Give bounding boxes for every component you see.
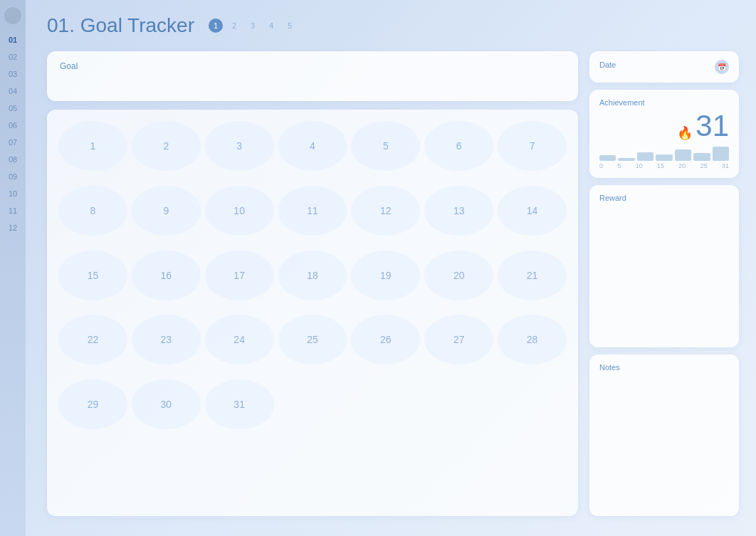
chart-label: 0: [599, 162, 603, 169]
calendar-day-13[interactable]: 13: [424, 186, 493, 236]
mini-chart-labels: 051015202531: [599, 162, 729, 169]
page-dot-2[interactable]: 2: [227, 19, 241, 33]
calendar-day-22[interactable]: 22: [58, 315, 127, 364]
calendar-day-2[interactable]: 2: [132, 121, 201, 171]
calendar-day-1[interactable]: 1: [58, 121, 127, 171]
calendar-day-29[interactable]: 29: [58, 379, 127, 429]
chart-bar: [656, 154, 672, 161]
calendar-day-12[interactable]: 12: [351, 186, 420, 236]
avatar: [4, 7, 21, 24]
calendar-day-18[interactable]: 18: [278, 251, 347, 300]
sidebar-item-02[interactable]: 02: [0, 48, 26, 65]
goal-label: Goal: [60, 61, 565, 71]
goal-input[interactable]: [60, 77, 565, 91]
page-dot-4[interactable]: 4: [264, 19, 278, 33]
chart-bar: [618, 158, 634, 161]
achievement-label: Achievement: [599, 98, 729, 107]
chart-bar: [599, 155, 616, 161]
chart-label: 25: [700, 162, 708, 169]
calendar-day-26[interactable]: 26: [351, 315, 420, 364]
calendar-day-empty: [132, 444, 201, 494]
calendar-card: 1234567891011121314151617181920212223242…: [47, 110, 578, 516]
calendar-day-3[interactable]: 3: [205, 121, 274, 171]
calendar-day-15[interactable]: 15: [58, 251, 127, 300]
calendar-day-empty: [498, 444, 567, 494]
left-panel: Goal 12345678910111213141516171819202122…: [47, 51, 578, 516]
date-label: Date: [599, 61, 616, 69]
calendar-grid: 1234567891011121314151617181920212223242…: [58, 121, 567, 505]
notes-label: Notes: [599, 363, 729, 372]
reward-card: Reward: [589, 185, 739, 347]
calendar-day-25[interactable]: 25: [278, 315, 347, 364]
sidebar-item-10[interactable]: 10: [0, 185, 26, 202]
calendar-day-9[interactable]: 9: [132, 186, 201, 236]
sidebar-item-07[interactable]: 07: [0, 134, 26, 151]
calendar-day-20[interactable]: 20: [424, 251, 493, 300]
goal-card: Goal: [47, 51, 578, 101]
calendar-day-empty: [278, 444, 347, 494]
sidebar-item-01[interactable]: 01: [0, 31, 26, 48]
calendar-day-8[interactable]: 8: [58, 186, 127, 236]
sidebar-item-08[interactable]: 08: [0, 151, 26, 168]
calendar-day-empty: [278, 379, 347, 429]
content-layout: Goal 12345678910111213141516171819202122…: [47, 51, 739, 516]
calendar-day-28[interactable]: 28: [498, 315, 567, 364]
page-dot-1[interactable]: 1: [209, 19, 223, 33]
pagination: 1 2 3 4 5: [209, 19, 297, 33]
main-content: 01. Goal Tracker 1 2 3 4 5 Goal 12345678…: [26, 0, 756, 536]
date-card: Date 📅: [589, 51, 739, 83]
calendar-day-5[interactable]: 5: [351, 121, 420, 171]
calendar-day-16[interactable]: 16: [132, 251, 201, 300]
sidebar-item-05[interactable]: 05: [0, 100, 26, 117]
header: 01. Goal Tracker 1 2 3 4 5: [47, 14, 739, 37]
sidebar-item-04[interactable]: 04: [0, 83, 26, 100]
page-title: 01. Goal Tracker: [47, 14, 194, 37]
chart-bar: [693, 153, 710, 161]
calendar-day-31[interactable]: 31: [205, 379, 274, 429]
mini-chart: [599, 147, 729, 161]
chart-label: 10: [636, 162, 643, 169]
calendar-day-4[interactable]: 4: [278, 121, 347, 171]
reward-label: Reward: [599, 194, 729, 202]
calendar-day-10[interactable]: 10: [205, 186, 274, 236]
sidebar-item-03[interactable]: 03: [0, 65, 26, 83]
sidebar-item-06[interactable]: 06: [0, 117, 26, 134]
chart-bar: [637, 152, 653, 161]
calendar-day-7[interactable]: 7: [498, 121, 567, 171]
calendar-day-empty: [424, 379, 493, 429]
notes-card: Notes: [589, 354, 739, 517]
calendar-day-27[interactable]: 27: [424, 315, 493, 364]
calendar-day-19[interactable]: 19: [351, 251, 420, 300]
calendar-day-23[interactable]: 23: [132, 315, 201, 364]
calendar-day-empty: [498, 379, 567, 429]
calendar-day-21[interactable]: 21: [498, 251, 567, 300]
sidebar: 01 02 03 04 05 06 07 08 09 10 11 12: [0, 0, 26, 536]
achievement-icon: 🔥: [677, 125, 693, 141]
sidebar-item-11[interactable]: 11: [0, 202, 26, 219]
chart-label: 20: [678, 162, 686, 169]
calendar-day-empty: [424, 444, 493, 494]
calendar-day-empty: [351, 379, 420, 429]
calendar-day-6[interactable]: 6: [424, 121, 493, 171]
chart-bar: [675, 149, 691, 161]
calendar-icon[interactable]: 📅: [715, 60, 729, 74]
chart-label: 15: [657, 162, 664, 169]
calendar-day-17[interactable]: 17: [205, 251, 274, 300]
calendar-day-14[interactable]: 14: [498, 186, 567, 236]
right-panel: Date 📅 Achievement 🔥 31 051015202531 Rew…: [589, 51, 739, 516]
achievement-number: 31: [695, 111, 729, 141]
achievement-card: Achievement 🔥 31 051015202531: [589, 90, 739, 178]
chart-bar: [713, 147, 729, 161]
sidebar-item-12[interactable]: 12: [0, 219, 26, 236]
page-dot-3[interactable]: 3: [246, 19, 260, 33]
achievement-display: 🔥 31: [599, 111, 729, 141]
calendar-day-empty: [205, 444, 274, 494]
calendar-day-11[interactable]: 11: [278, 186, 347, 236]
page-dot-5[interactable]: 5: [283, 19, 297, 33]
calendar-day-empty: [58, 444, 127, 494]
chart-label: 5: [617, 162, 621, 169]
calendar-day-30[interactable]: 30: [132, 379, 201, 429]
chart-label: 31: [722, 162, 729, 169]
sidebar-item-09[interactable]: 09: [0, 168, 26, 185]
calendar-day-24[interactable]: 24: [205, 315, 274, 364]
